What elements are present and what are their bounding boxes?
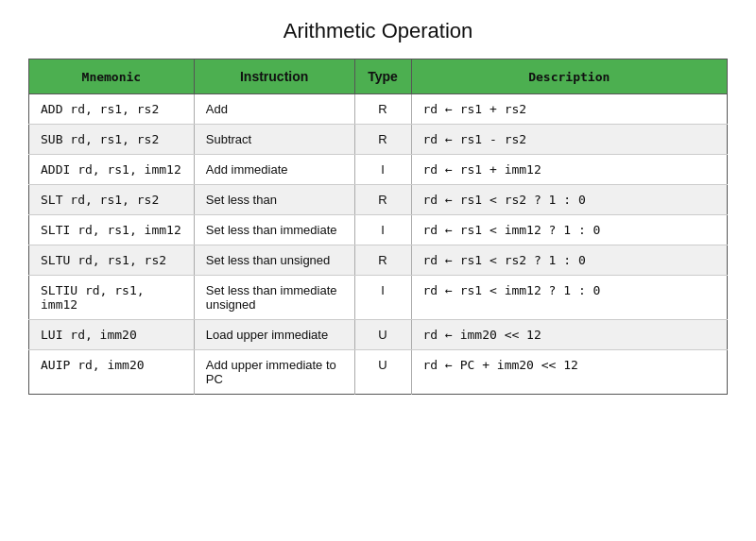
table-row: LUI rd, imm20Load upper immediateUrd ← i… <box>29 320 728 350</box>
cell-mnemonic: SUB rd, rs1, rs2 <box>29 125 195 155</box>
cell-type: I <box>354 215 411 245</box>
cell-description: rd ← rs1 + rs2 <box>411 94 727 125</box>
cell-mnemonic: SLTI rd, rs1, imm12 <box>29 215 195 245</box>
cell-mnemonic: AUIP rd, imm20 <box>29 350 195 395</box>
cell-type: R <box>354 94 411 125</box>
cell-description: rd ← rs1 < imm12 ? 1 : 0 <box>411 215 727 245</box>
header-description: Description <box>411 59 727 94</box>
cell-description: rd ← rs1 < rs2 ? 1 : 0 <box>411 245 727 276</box>
table-row: ADD rd, rs1, rs2AddRrd ← rs1 + rs2 <box>29 94 728 125</box>
table-row: SLTI rd, rs1, imm12Set less than immedia… <box>29 215 728 245</box>
page-title: Arithmetic Operation <box>284 19 473 43</box>
cell-mnemonic: LUI rd, imm20 <box>29 320 195 350</box>
cell-mnemonic: ADDI rd, rs1, imm12 <box>29 155 195 185</box>
cell-description: rd ← rs1 < rs2 ? 1 : 0 <box>411 185 727 215</box>
cell-type: R <box>354 125 411 155</box>
table-row: ADDI rd, rs1, imm12Add immediateIrd ← rs… <box>29 155 728 185</box>
cell-description: rd ← rs1 - rs2 <box>411 125 727 155</box>
cell-type: R <box>354 185 411 215</box>
cell-instruction: Set less than immediate unsigned <box>194 276 354 320</box>
cell-mnemonic: SLT rd, rs1, rs2 <box>29 185 195 215</box>
cell-instruction: Set less than <box>194 185 354 215</box>
cell-mnemonic: SLTIU rd, rs1, imm12 <box>29 276 195 320</box>
cell-description: rd ← rs1 + imm12 <box>411 155 727 185</box>
cell-instruction: Add immediate <box>194 155 354 185</box>
table-row: SUB rd, rs1, rs2SubtractRrd ← rs1 - rs2 <box>29 125 728 155</box>
cell-instruction: Set less than unsigned <box>194 245 354 276</box>
header-mnemonic: Mnemonic <box>29 59 195 94</box>
cell-type: U <box>354 320 411 350</box>
cell-description: rd ← PC + imm20 << 12 <box>411 350 727 395</box>
cell-instruction: Set less than immediate <box>194 215 354 245</box>
arithmetic-table: Mnemonic Instruction Type Description AD… <box>28 59 728 395</box>
header-type: Type <box>354 59 411 94</box>
cell-type: R <box>354 245 411 276</box>
cell-mnemonic: ADD rd, rs1, rs2 <box>29 94 195 125</box>
cell-mnemonic: SLTU rd, rs1, rs2 <box>29 245 195 276</box>
header-instruction: Instruction <box>194 59 354 94</box>
table-row: AUIP rd, imm20Add upper immediate to PCU… <box>29 350 728 395</box>
cell-instruction: Add upper immediate to PC <box>194 350 354 395</box>
table-header-row: Mnemonic Instruction Type Description <box>29 59 728 94</box>
table-row: SLTU rd, rs1, rs2Set less than unsignedR… <box>29 245 728 276</box>
cell-type: U <box>354 350 411 395</box>
cell-instruction: Add <box>194 94 354 125</box>
cell-instruction: Subtract <box>194 125 354 155</box>
cell-type: I <box>354 276 411 320</box>
cell-instruction: Load upper immediate <box>194 320 354 350</box>
table-row: SLT rd, rs1, rs2Set less thanRrd ← rs1 <… <box>29 185 728 215</box>
cell-type: I <box>354 155 411 185</box>
cell-description: rd ← imm20 << 12 <box>411 320 727 350</box>
table-row: SLTIU rd, rs1, imm12Set less than immedi… <box>29 276 728 320</box>
cell-description: rd ← rs1 < imm12 ? 1 : 0 <box>411 276 727 320</box>
